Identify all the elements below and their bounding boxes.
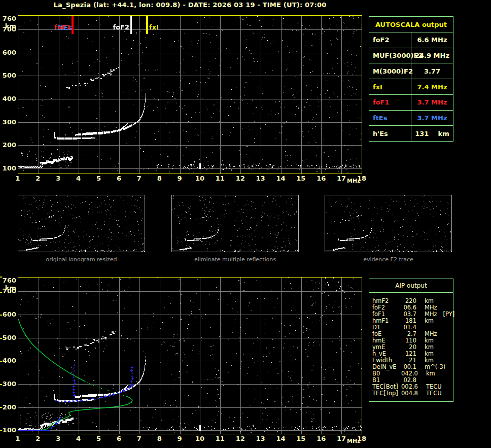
x-axis-unit-label: MHz — [347, 178, 361, 184]
x-axis-label: 17 — [335, 175, 347, 182]
thumbnail-caption-evidence: evidence F2 trace — [325, 256, 452, 263]
thumbnail-eliminate-reflections — [171, 195, 299, 252]
autoscala-row-foF2: foF26.6 MHz — [369, 32, 453, 48]
x-axis-label: 8 — [153, 175, 165, 182]
x-axis-label: 4 — [73, 175, 85, 182]
aip-table-rows: hmF2220kmfoF206.6MHzfoF103.7MHz[PY]hmF11… — [369, 293, 453, 397]
thumbnail-caption-original: original ionogram resized — [18, 256, 145, 263]
x-axis-label: 7 — [133, 435, 145, 442]
bottom-ionogram-plot — [18, 277, 362, 434]
x-axis-label: 5 — [93, 435, 105, 442]
bottom-plot-edge-tick — [0, 384, 2, 385]
aip-unit: km — [425, 318, 434, 324]
x-axis-label: 1 — [12, 435, 24, 442]
x-axis-label: 10 — [194, 175, 206, 182]
x-axis-label: 17 — [335, 435, 347, 442]
autoscala-row-label: foF2 — [369, 32, 411, 48]
thumbnail-evidence-canvas — [325, 195, 451, 252]
autoscala-row-value: 3.7 MHz — [411, 95, 453, 110]
x-axis-label: 13 — [255, 175, 267, 182]
marker-label-foF1: foF1 — [46, 24, 71, 31]
autoscala-table-title: AUTOSCALA output — [369, 17, 453, 32]
y-axis-label: 760 — [1, 277, 16, 284]
bottom-plot-edge-tick — [0, 277, 2, 278]
y-axis-label: 100 — [1, 427, 16, 434]
x-axis-label: 16 — [315, 175, 327, 182]
top-ionogram-plot — [18, 15, 362, 174]
x-axis-label: 2 — [32, 175, 44, 182]
autoscala-row-label: fxI — [369, 79, 411, 94]
x-axis-label: 12 — [234, 435, 247, 442]
aip-output-table: AIP output hmF2220kmfoF206.6MHzfoF103.7M… — [369, 279, 453, 402]
x-axis-label: 1 — [12, 175, 24, 182]
y-axis-label: 100 — [1, 165, 16, 172]
y-axis-label: 500 — [1, 334, 16, 341]
marker-line-foF2 — [130, 16, 132, 34]
autoscala-table-rows: foF26.6 MHzMUF(3000)F224.9 MHzM(3000)F23… — [369, 32, 453, 141]
x-axis-label: 6 — [113, 435, 125, 442]
aip-extra: [PY] — [443, 311, 455, 318]
autoscala-row-h'Es: h'Es131 km — [369, 126, 453, 141]
thumbnail-caption-eliminate: eliminate multiple reflections — [171, 256, 299, 263]
aip-unit: km — [426, 370, 435, 377]
autoscala-row-label: ftEs — [369, 111, 411, 126]
x-axis-unit-label: MHz — [347, 438, 361, 444]
x-axis-label: 3 — [52, 175, 64, 182]
bottom-plot-edge-tick — [0, 292, 2, 293]
autoscala-row-MUF(3000)F2: MUF(3000)F224.9 MHz — [369, 48, 453, 64]
autoscala-output-table: AUTOSCALA output foF26.6 MHzMUF(3000)F22… — [369, 16, 453, 142]
y-axis-label: 500 — [1, 72, 16, 79]
autoscala-row-value: 131 km — [411, 126, 453, 141]
x-axis-label: 13 — [255, 435, 267, 442]
bottom-plot-edge-tick — [0, 338, 2, 339]
x-axis-label: 10 — [194, 435, 206, 442]
x-axis-label: 16 — [315, 435, 327, 442]
thumbnail-evidence-f2 — [325, 195, 452, 252]
x-axis-label: 9 — [173, 175, 186, 182]
bottom-plot-edge-tick — [0, 430, 2, 431]
y-axis-label: 200 — [1, 142, 16, 149]
y-axis-label: 200 — [1, 404, 16, 411]
thumbnail-eliminate-canvas — [172, 195, 298, 252]
autoscala-row-label: foF1 — [369, 95, 411, 110]
autoscala-screen: La_Spezia (lat: +44.1, lon: 009.8) - DAT… — [0, 0, 491, 448]
bottom-plot-edge-tick — [0, 407, 2, 408]
aip-table-title: AIP output — [369, 279, 453, 293]
marker-label-foF2: foF2 — [104, 24, 129, 31]
y-axis-label: 700 — [1, 26, 16, 33]
y-axis-label: 760 — [1, 15, 16, 22]
x-axis-label: 5 — [93, 175, 105, 182]
autoscala-row-ftEs: ftEs3.7 MHz — [369, 111, 453, 126]
aip-label: TEC[Top] — [372, 390, 401, 397]
autoscala-row-label: h'Es — [369, 126, 411, 141]
autoscala-row-value: 6.6 MHz — [411, 32, 453, 48]
thumbnail-original-canvas — [18, 195, 145, 252]
x-axis-label: 3 — [52, 435, 64, 442]
autoscala-row-value: 7.4 MHz — [411, 79, 453, 94]
y-axis-label: 400 — [1, 95, 16, 102]
marker-label-fxI: fxI — [149, 24, 174, 31]
thumbnail-original-ionogram — [18, 195, 145, 252]
x-axis-label: 15 — [295, 175, 307, 182]
x-axis-label: 7 — [133, 175, 145, 182]
y-axis-label: 400 — [1, 357, 16, 364]
x-axis-label: 6 — [113, 175, 125, 182]
y-axis-label: 700 — [1, 288, 16, 295]
x-axis-label: 12 — [234, 175, 247, 182]
y-axis-label: 300 — [1, 119, 16, 126]
aip-row-TEC[Top]: TEC[Top]004.8TECU — [372, 390, 453, 397]
x-axis-label: 11 — [214, 175, 226, 182]
marker-line-fxI — [146, 16, 148, 34]
autoscala-row-foF1: foF13.7 MHz — [369, 95, 453, 111]
bottom-plot-edge-tick — [0, 361, 2, 362]
autoscala-row-value: 3.7 MHz — [411, 111, 453, 126]
aip-unit: TECU — [426, 390, 442, 397]
x-axis-label: 8 — [153, 435, 165, 442]
x-axis-label: 2 — [32, 435, 44, 442]
autoscala-row-value: 24.9 MHz — [411, 48, 453, 63]
x-axis-label: 15 — [295, 435, 307, 442]
y-axis-label: 300 — [1, 381, 16, 388]
autoscala-row-fxI: fxI7.4 MHz — [369, 79, 453, 95]
y-axis-label: 600 — [1, 311, 16, 318]
x-axis-label: 4 — [73, 435, 85, 442]
